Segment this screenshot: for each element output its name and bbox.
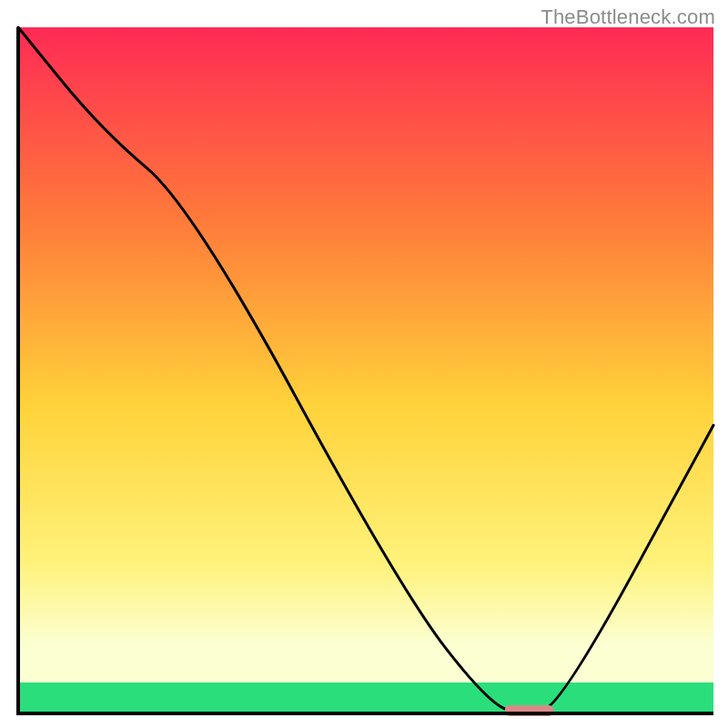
watermark-text: TheBottleneck.com [541,5,715,29]
chart-container: TheBottleneck.com [0,0,728,728]
plot-background [18,27,713,713]
bottleneck-chart [0,0,728,728]
green-band [18,688,713,713]
